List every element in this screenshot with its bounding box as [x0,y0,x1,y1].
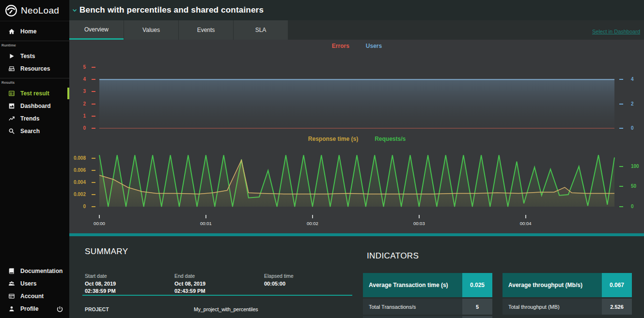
chart-canvas [99,63,614,134]
indicator-data-row: Total Transactions/s 5 [363,299,492,315]
trend-icon [8,115,15,122]
project-value: My_project_with_percentiles [194,306,258,312]
axis-tick [619,104,623,105]
field-value: Oct 08, 2019 [85,280,116,288]
select-in-dashboard-link[interactable]: Select in Dashboard [592,29,640,34]
sidebar-item-label: Search [20,128,40,135]
indicator-value: 0.067 [602,273,632,297]
sidebar-item-users[interactable]: Users [0,277,69,290]
response-requests-chart: 0.0080.0060.0040.002010050000:0000:0100:… [99,150,614,227]
person-icon [8,305,15,312]
indicator-header-row: Average Transaction time (s) 0.025 [363,273,492,297]
book-icon [8,268,15,274]
sidebar-item-documentation[interactable]: Documentation [0,265,69,277]
axis-tick: 0 [631,125,644,131]
axis-tick: 5 [53,64,86,70]
indicator-title: Average Transaction time (s) [363,273,462,297]
errors-users-legend: Errors Users [99,43,614,49]
axis-tick [619,79,623,80]
legend-users[interactable]: Users [366,43,382,49]
legend-errors[interactable]: Errors [332,43,349,49]
axis-tick [619,128,623,129]
project-label: PROJECT [85,306,109,312]
axis-tick [525,215,526,218]
sidebar-item-label: Profile [20,305,38,312]
sidebar-item-label: Home [20,28,36,35]
sidebar-item-home[interactable]: Home [0,25,69,38]
axis-tick: 00:04 [515,221,536,226]
sidebar-item-label: Dashboard [20,103,51,109]
indicator-row-value: 2.526 [602,299,632,315]
home-icon [8,28,15,35]
legend-requests[interactable]: Requests/s [375,136,406,142]
dashboard-chart-icon [8,103,15,109]
field-value: Oct 08, 2019 [174,280,205,288]
users-group-icon [8,280,15,287]
axis-tick [312,215,313,218]
field-value: 00:05:00 [264,280,294,288]
neoload-logo[interactable]: NeoLoad [0,0,69,21]
axis-tick: 00:00 [89,221,110,226]
sidebar-item-label: Documentation [20,268,63,274]
summary-end-date: End date Oct 08, 2019 02:43:59 PM [174,273,205,295]
axis-tick [92,170,95,171]
axis-tick [92,128,95,129]
indicator-data-row-partial [363,316,492,318]
axis-tick [92,182,95,183]
sidebar-item-label: Users [20,280,36,287]
axis-tick: 3 [53,89,86,94]
axis-tick [92,206,95,207]
neoload-logo-icon [5,4,17,17]
sidebar-item-label: Account [20,293,44,300]
field-label: Elapsed time [264,273,294,279]
indicator-row-label: Total throughput (MB) [503,299,602,315]
indicator-card-transaction: Average Transaction time (s) 0.025 Total… [363,273,492,318]
axis-tick: 4 [631,76,644,82]
axis-tick: 0.006 [53,167,86,173]
tab-values[interactable]: Values [124,20,178,40]
summary-elapsed-time: Elapsed time 00:05:00 [264,273,294,288]
collapse-chevron-icon[interactable] [72,7,78,13]
logout-power-button[interactable] [56,305,63,313]
legend-response-time[interactable]: Response time (s) [308,136,358,142]
sidebar-item-profile[interactable]: Profile [0,303,69,315]
axis-tick [619,166,623,167]
field-label: Start date [85,273,116,279]
tab-events[interactable]: Events [179,20,233,40]
charts-panel: Errors Users 543210420 Response time (s)… [69,40,644,233]
axis-tick: 100 [631,164,644,169]
axis-tick [619,186,623,187]
power-icon [56,305,63,313]
sidebar-item-label: Test result [20,90,49,97]
axis-tick [99,215,100,218]
report-icon [8,90,15,97]
indicators-heading: INDICATORS [367,251,419,261]
sidebar-section-runtime: Runtime [0,43,69,47]
field-value: 02:38:59 PM [85,288,116,295]
axis-tick: 50 [631,183,644,189]
axis-tick: 2 [53,101,86,107]
summary-divider [82,295,352,296]
axis-tick: 0 [631,204,644,210]
sidebar-item-account[interactable]: Account [0,290,69,303]
tab-overview[interactable]: Overview [69,20,124,40]
axis-tick [92,158,95,159]
field-label: End date [174,273,205,279]
axis-tick [92,194,95,195]
axis-tick: 00:03 [408,221,430,226]
axis-tick: 0.008 [53,155,86,161]
sidebar-item-tests[interactable]: Tests [0,50,69,62]
axis-tick: 0.002 [53,192,86,197]
play-icon [8,53,15,60]
card-icon [8,293,15,300]
indicator-row-label: Total Transactions/s [363,299,462,315]
axis-tick [92,79,95,80]
summary-start-date: Start date Oct 08, 2019 02:38:59 PM [85,273,116,295]
indicator-card-throughput: Average throughput (Mb/s) 0.067 Total th… [503,273,632,316]
drive-icon [8,65,15,72]
sidebar-bottom-group: Documentation Users Account Profile [0,265,69,315]
sidebar-item-label: Resources [20,65,50,72]
axis-tick [92,91,95,92]
axis-tick [619,206,623,207]
tab-sla[interactable]: SLA [234,20,288,40]
